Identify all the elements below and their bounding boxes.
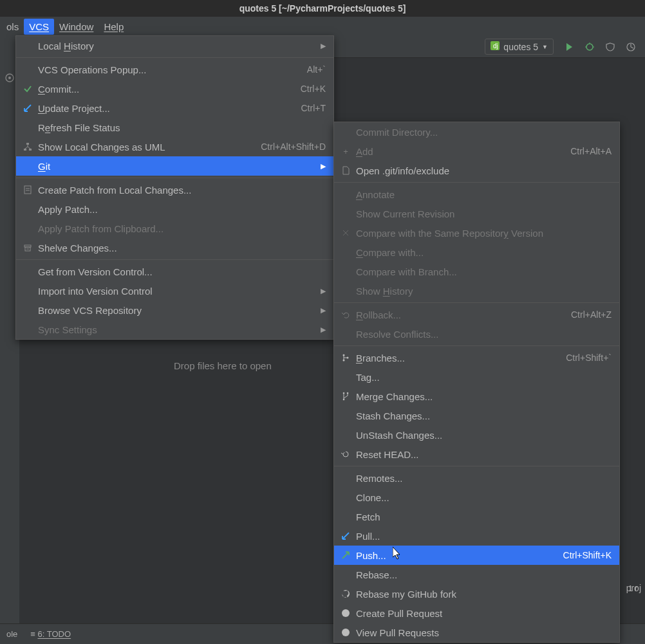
right-indicator: 1 r (626, 583, 645, 594)
menu-vcs-ops-popup[interactable]: VCS Operations Popup...Alt+` (16, 60, 333, 79)
window-title: quotes 5 [~/PycharmProjects/quotes 5] (239, 3, 406, 14)
git-submenu: Commit Directory... + AddCtrl+Alt+A Open… (333, 122, 620, 643)
menu-tools[interactable]: ols (1, 19, 24, 35)
menu-show-current-revision: Show Current Revision (334, 204, 619, 223)
svg-point-8 (8, 77, 11, 79)
status-todo[interactable]: ≡ 6: TODO (30, 629, 71, 639)
menu-import-into-vc[interactable]: Import into Version Control▶ (16, 281, 333, 300)
status-console[interactable]: ole (6, 629, 17, 639)
menu-annotate: Annotate (334, 185, 619, 204)
push-icon (339, 550, 352, 560)
menu-clone[interactable]: Clone... (334, 488, 619, 507)
github-icon (339, 589, 352, 599)
menu-commit-directory: Commit Directory... (334, 122, 619, 142)
menu-remotes[interactable]: Remotes... (334, 468, 619, 488)
menu-add: + AddCtrl+Alt+A (334, 142, 619, 161)
debug-icon[interactable] (584, 42, 595, 52)
menu-get-from-vc[interactable]: Get from Version Control... (16, 262, 333, 281)
chevron-down-icon: ▼ (542, 44, 548, 50)
menu-pull[interactable]: Pull... (334, 526, 619, 546)
menu-shelve-changes[interactable]: Shelve Changes... (16, 238, 333, 257)
reset-icon (339, 449, 352, 459)
drop-hint: Drop files here to open (174, 360, 272, 371)
menu-rebase-github-fork[interactable]: Rebase my GitHub fork (334, 584, 619, 603)
svg-point-25 (342, 609, 350, 617)
django-icon: dj (491, 41, 500, 52)
diff-icon (339, 228, 352, 238)
coverage-icon[interactable] (605, 42, 615, 52)
menu-apply-patch-clipboard: Apply Patch from Clipboard... (16, 219, 333, 238)
file-icon (339, 165, 352, 176)
menu-open-gitinfo-exclude[interactable]: Open .git/info/exclude (334, 161, 619, 180)
menu-git[interactable]: Git▶ (16, 156, 333, 176)
profile-icon[interactable] (626, 42, 636, 52)
plus-icon: + (339, 146, 352, 156)
menu-help[interactable]: Help (98, 19, 129, 35)
menu-resolve-conflicts: Resolve Conflicts... (334, 324, 619, 344)
svg-point-2 (586, 44, 593, 50)
update-icon (21, 103, 34, 113)
shelve-icon (21, 243, 34, 253)
menu-reset-head[interactable]: Reset HEAD... (334, 445, 619, 464)
run-config-label: quotes 5 (503, 42, 538, 52)
menu-view-pull-requests[interactable]: View Pull Requests (334, 623, 619, 642)
menu-bar: ols VCS Window Help (0, 17, 645, 36)
menu-vcs[interactable]: VCS (24, 19, 54, 35)
menu-window[interactable]: Window (54, 19, 98, 35)
branch-icon (339, 353, 352, 363)
menu-push[interactable]: Push...Ctrl+Shift+K (334, 546, 619, 565)
menu-stash[interactable]: Stash Changes... (334, 406, 619, 425)
menu-update-project[interactable]: Update Project...Ctrl+T (16, 98, 333, 118)
menu-refresh-file-status[interactable]: Refresh File Status (16, 118, 333, 137)
svg-point-22 (347, 392, 349, 394)
run-config-selector[interactable]: dj quotes 5 ▼ (485, 39, 554, 55)
merge-icon (339, 391, 352, 401)
pull-icon (339, 531, 352, 541)
title-bar: quotes 5 [~/PycharmProjects/quotes 5] (0, 0, 645, 17)
svg-rect-12 (24, 186, 31, 194)
menu-local-history[interactable]: Local History▶ (16, 36, 333, 55)
menu-create-patch[interactable]: Create Patch from Local Changes... (16, 180, 333, 199)
menu-merge-changes[interactable]: Merge Changes... (334, 387, 619, 406)
menu-tag[interactable]: Tag... (334, 367, 619, 387)
patch-icon (21, 185, 34, 195)
menu-rebase[interactable]: Rebase... (334, 565, 619, 584)
undo-icon (339, 309, 352, 320)
run-icon[interactable] (564, 42, 574, 52)
menu-sync-settings: Sync Settings▶ (16, 320, 333, 339)
target-icon[interactable] (5, 73, 15, 83)
svg-point-23 (343, 399, 345, 401)
menu-create-pull-request[interactable]: Create Pull Request (334, 603, 619, 623)
menu-branches[interactable]: Branches...Ctrl+Shift+` (334, 348, 619, 367)
svg-point-26 (342, 629, 350, 636)
github-icon (339, 608, 352, 618)
menu-fetch[interactable]: Fetch (334, 507, 619, 526)
svg-point-21 (343, 392, 345, 394)
menu-show-history: Show History (334, 281, 619, 300)
menu-unstash[interactable]: UnStash Changes... (334, 425, 619, 445)
svg-text:dj: dj (493, 42, 498, 50)
menu-compare-same-repo: Compare with the Same Repository Version (334, 223, 619, 243)
menu-commit[interactable]: Commit...Ctrl+K (16, 79, 333, 98)
menu-rollback: Rollback...Ctrl+Alt+Z (334, 305, 619, 324)
menu-compare-with-branch: Compare with Branch... (334, 262, 619, 281)
menu-show-local-changes-uml[interactable]: Show Local Changes as UMLCtrl+Alt+Shift+… (16, 137, 333, 156)
menu-compare-with: Compare with... (334, 243, 619, 262)
menu-browse-vcs-repo[interactable]: Browse VCS Repository▶ (16, 300, 333, 320)
checkmark-icon (21, 84, 34, 94)
svg-rect-9 (26, 143, 29, 145)
menu-apply-patch[interactable]: Apply Patch... (16, 199, 333, 219)
vcs-dropdown-menu: Local History▶ VCS Operations Popup...Al… (15, 35, 334, 340)
svg-rect-10 (24, 149, 26, 151)
svg-rect-11 (29, 149, 32, 151)
uml-icon (21, 142, 34, 152)
github-icon (339, 627, 352, 638)
